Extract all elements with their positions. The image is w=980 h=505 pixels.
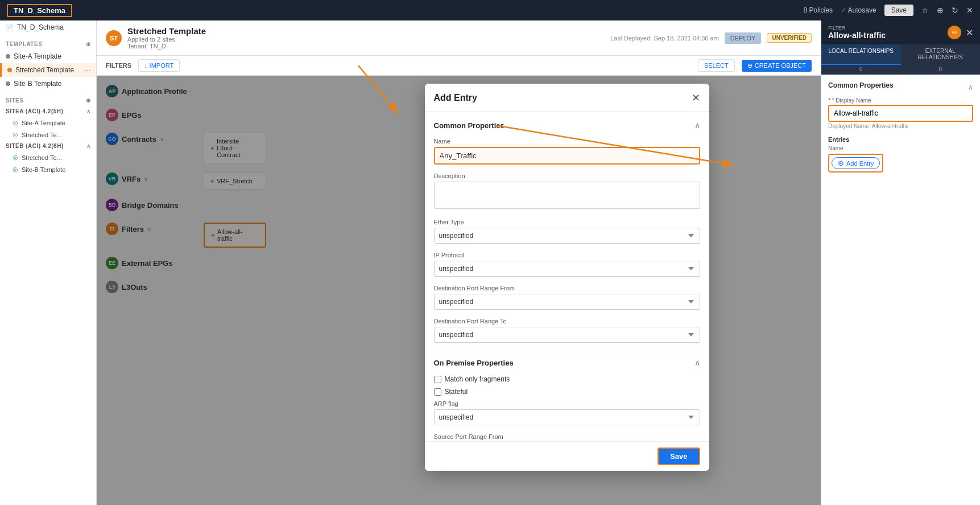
deployed-label: Last Deployed: Sep 18, 2021 04:36 am bbox=[610, 35, 719, 42]
sidebar-item-stretched-sub[interactable]: ◎ Stretched Te... bbox=[0, 129, 96, 141]
main-layout: 📄 TN_D_Schema TEMPLATES ⊕ Site-A Templat… bbox=[0, 20, 980, 505]
stretched-template-dot bbox=[7, 68, 12, 72]
modal-footer: Save bbox=[425, 441, 709, 471]
sidebar-item-stretched-b-sub[interactable]: ◎ Stretched Te... bbox=[0, 151, 96, 163]
rp-deployed-name: Deployed Name: Allow-all-traffic bbox=[828, 123, 973, 129]
modal-name-input[interactable] bbox=[434, 147, 700, 165]
modal-title: Add Entry bbox=[434, 93, 477, 103]
rp-display-name-input[interactable] bbox=[830, 107, 971, 120]
right-panel-counts: 0 0 bbox=[821, 65, 980, 75]
modal-dest-port-to-label: Destination Port Range To bbox=[434, 318, 700, 325]
modal-on-premise-title: On Premise Properties bbox=[434, 359, 514, 367]
site-b-group[interactable]: SiteB (ACI) 4.2(6h) ∧ bbox=[0, 141, 96, 151]
sidebar-item-site-a-template[interactable]: Site-A Template bbox=[0, 50, 96, 63]
external-count: 0 bbox=[901, 65, 981, 75]
modal-arp-flag-field: ARP flag unspecified bbox=[434, 400, 700, 425]
stretched-b-check: ◎ bbox=[13, 154, 18, 161]
site-b-chevron: ∧ bbox=[86, 143, 91, 149]
refresh-icon[interactable]: ⊕ bbox=[937, 6, 944, 15]
modal-name-label: Name bbox=[434, 138, 700, 145]
right-panel-header-right: FI ✕ bbox=[948, 26, 973, 39]
sidebar-item-stretched-template[interactable]: Stretched Template ··· bbox=[0, 63, 96, 77]
sidebar-item-site-b-template-sub[interactable]: ◎ Site-B Template bbox=[0, 163, 96, 175]
right-panel: FILTER Allow-all-traffic FI ✕ LOCAL RELA… bbox=[821, 20, 980, 505]
stretched-template-more[interactable]: ··· bbox=[85, 66, 90, 74]
topbar-left: TN_D_Schema bbox=[7, 4, 72, 17]
sidebar-item-site-a-template-sub[interactable]: ◎ Site-A Template bbox=[0, 117, 96, 129]
rp-display-name-label: * Display Name bbox=[828, 97, 973, 104]
modal-save-button[interactable]: Save bbox=[658, 447, 700, 465]
modal-common-properties-title: Common Properties bbox=[434, 121, 505, 130]
rp-collapse-icon[interactable]: ∧ bbox=[968, 83, 973, 91]
modal-ip-protocol-select[interactable]: unspecified bbox=[434, 261, 700, 277]
modal-ip-protocol-field: IP Protocol unspecified bbox=[434, 252, 700, 277]
modal-ether-type-field: Ether Type unspecified bbox=[434, 219, 700, 244]
star-icon[interactable]: ☆ bbox=[921, 6, 929, 15]
modal-overlay: Add Entry ✕ Common Properties ∧ Name bbox=[97, 76, 821, 505]
modal-description-label: Description bbox=[434, 173, 700, 179]
tab-external-relationships[interactable]: EXTERNAL RELATIONSHIPS bbox=[901, 44, 981, 65]
template-icon: ST bbox=[106, 30, 122, 46]
modal-src-port-from-label: Source Port Range From bbox=[434, 433, 700, 440]
sidebar: 📄 TN_D_Schema TEMPLATES ⊕ Site-A Templat… bbox=[0, 20, 97, 505]
reload-icon[interactable]: ↻ bbox=[952, 6, 958, 15]
select-button[interactable]: SELECT bbox=[698, 59, 735, 72]
modal-ip-protocol-label: IP Protocol bbox=[434, 252, 700, 258]
save-button[interactable]: Save bbox=[884, 5, 913, 16]
add-entry-modal: Add Entry ✕ Common Properties ∧ Name bbox=[425, 84, 709, 471]
autosave-check: ✓ bbox=[841, 6, 846, 14]
add-template-icon[interactable]: ⊕ bbox=[86, 41, 91, 47]
site-a-group[interactable]: SiteA (ACI) 4.2(5h) ∧ bbox=[0, 106, 96, 117]
modal-name-field: Name bbox=[434, 138, 700, 165]
right-panel-header: FILTER Allow-all-traffic FI ✕ bbox=[821, 20, 980, 44]
site-a-chevron: ∧ bbox=[86, 108, 91, 114]
site-b-template-check: ◎ bbox=[13, 166, 18, 173]
tab-local-relationships[interactable]: LOCAL RELATIONSHIPS bbox=[821, 44, 901, 65]
modal-common-properties-header: Common Properties ∧ bbox=[434, 121, 700, 130]
modal-on-premise-collapse[interactable]: ∧ bbox=[694, 358, 700, 367]
rp-display-name-field: * Display Name Deployed Name: Allow-all-… bbox=[828, 97, 973, 129]
modal-dest-port-from-select[interactable]: unspecified bbox=[434, 294, 700, 310]
sites-section-header: SITES ⊕ bbox=[0, 94, 96, 106]
close-icon[interactable]: ✕ bbox=[966, 6, 973, 15]
create-object-button[interactable]: ⊕ CREATE OBJECT bbox=[742, 60, 812, 72]
policies-count: 8 Policies bbox=[804, 6, 833, 14]
site-b-template-dot bbox=[6, 81, 10, 86]
rp-entries-section: Entries Name ⊕ Add Entry bbox=[828, 136, 973, 173]
right-panel-tabs: LOCAL RELATIONSHIPS EXTERNAL RELATIONSHI… bbox=[821, 44, 980, 65]
content-area: ST Stretched Template Applied to 2 sites… bbox=[97, 20, 821, 505]
rp-common-properties-title: Common Properties bbox=[828, 81, 894, 89]
modal-stateful-checkbox[interactable] bbox=[434, 388, 441, 396]
modal-match-fragments-checkbox[interactable] bbox=[434, 376, 441, 383]
modal-on-premise-header: On Premise Properties ∧ bbox=[434, 358, 700, 367]
app-title: TN_D_Schema bbox=[7, 4, 72, 17]
autosave-label: ✓ Autosave bbox=[841, 6, 876, 14]
add-entry-button[interactable]: ⊕ Add Entry bbox=[832, 157, 880, 169]
modal-header: Add Entry ✕ bbox=[425, 84, 709, 112]
modal-collapse-icon[interactable]: ∧ bbox=[694, 121, 700, 130]
content-toolbar: FILTERS ↓ IMPORT SELECT ⊕ CREATE OBJECT bbox=[97, 56, 821, 76]
modal-ether-type-select[interactable]: unspecified bbox=[434, 228, 700, 244]
import-button[interactable]: ↓ IMPORT bbox=[138, 59, 180, 72]
modal-close-button[interactable]: ✕ bbox=[692, 92, 700, 104]
site-a-template-dot bbox=[6, 54, 10, 59]
right-panel-close-button[interactable]: ✕ bbox=[966, 27, 973, 38]
add-entry-plus-icon: ⊕ bbox=[838, 159, 844, 167]
stretched-check: ◎ bbox=[13, 131, 18, 138]
modal-arp-flag-label: ARP flag bbox=[434, 400, 700, 407]
modal-dest-port-to-select[interactable]: unspecified bbox=[434, 327, 700, 343]
deploy-button[interactable]: DEPLOY bbox=[725, 32, 762, 44]
modal-ether-type-label: Ether Type bbox=[434, 219, 700, 225]
sidebar-item-schema[interactable]: 📄 TN_D_Schema bbox=[0, 20, 96, 34]
content-scroll: AP Application Profile EP EPGs CO Contra… bbox=[97, 76, 821, 505]
schema-icon: 📄 bbox=[6, 24, 14, 31]
modal-description-field: Description bbox=[434, 173, 700, 211]
filter-label: FILTER bbox=[828, 25, 886, 31]
add-site-icon[interactable]: ⊕ bbox=[86, 97, 91, 104]
template-title: Stretched Template bbox=[127, 26, 206, 36]
rp-name-col: Name bbox=[828, 145, 973, 151]
modal-arp-flag-select[interactable]: unspecified bbox=[434, 409, 700, 425]
modal-description-input[interactable] bbox=[434, 182, 700, 209]
topbar-right: 8 Policies ✓ Autosave Save ☆ ⊕ ↻ ✕ bbox=[804, 5, 973, 16]
sidebar-item-site-b-template[interactable]: Site-B Template bbox=[0, 77, 96, 91]
